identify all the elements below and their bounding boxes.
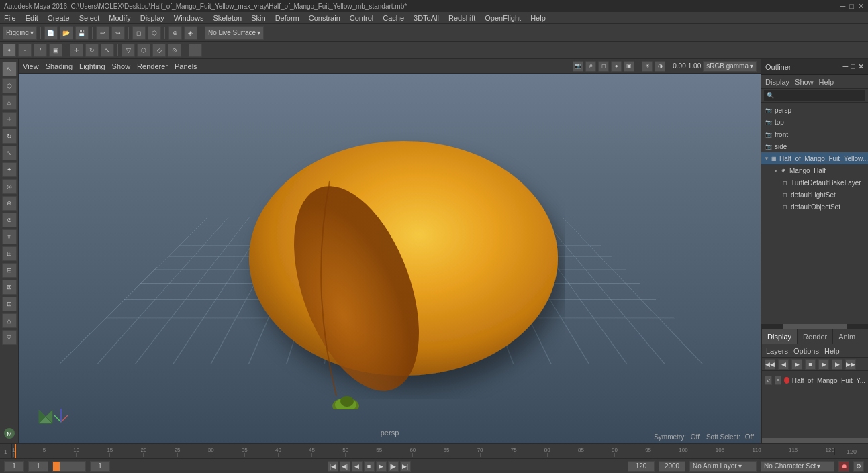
outliner-item-turtle[interactable]: ◻ TurtleDefaultBakeLayer (761, 176, 868, 189)
menu-file[interactable]: File (3, 14, 17, 22)
pb-step-back[interactable]: ◀| (340, 461, 350, 472)
menu-display[interactable]: Display (139, 14, 166, 22)
tb2-loop[interactable]: ⊙ (168, 44, 181, 57)
menu-constrain[interactable]: Constrain (307, 14, 342, 22)
lt-soft[interactable]: ◎ (2, 179, 17, 194)
tb2-select-obj[interactable]: ✦ (3, 44, 16, 57)
window-controls[interactable]: ─ □ ✕ (840, 2, 864, 11)
maximize-btn[interactable]: □ (849, 2, 854, 11)
tb2-move[interactable]: ✛ (70, 44, 83, 57)
viewport-menu-panels[interactable]: Panels (175, 62, 197, 70)
playback-end-field[interactable] (628, 461, 655, 472)
timeline-playhead[interactable] (15, 444, 16, 458)
layer-stop-btn[interactable]: ■ (805, 359, 816, 370)
tb-undo[interactable]: ↩ (96, 26, 109, 40)
frame-current-field[interactable] (28, 461, 48, 472)
minimize-btn[interactable]: ─ (840, 2, 846, 11)
viewport-menu-view[interactable]: View (23, 62, 39, 70)
timeline-area[interactable]: 1 15101520253035404550556065707580859095… (0, 443, 868, 458)
lt-sculpt[interactable]: ⊘ (2, 213, 17, 227)
display-tab-display[interactable]: Display (762, 329, 798, 344)
tb2-edge[interactable]: / (34, 44, 47, 57)
mode-dropdown[interactable]: Rigging ▾ (3, 26, 37, 40)
vp-smooth-btn[interactable]: ● (611, 61, 622, 72)
pb-start[interactable]: |◀ (328, 461, 338, 472)
layer-step-fwd-btn[interactable]: ▶ (832, 359, 842, 370)
frame-slider-thumb[interactable] (53, 462, 60, 471)
outliner-search-field[interactable]: 🔍 (764, 90, 865, 101)
menu-skeleton[interactable]: Skeleton (211, 14, 243, 22)
tb2-face[interactable]: ▣ (49, 44, 62, 57)
layer-play-toggle[interactable]: P (775, 376, 782, 385)
vp-camera-btn[interactable]: 📷 (573, 61, 583, 72)
outliner-hscroll-thumb[interactable] (783, 324, 847, 329)
outliner-tab-display[interactable]: Display (765, 78, 789, 86)
layer-subtab-options[interactable]: Options (793, 347, 819, 355)
frame-start-field[interactable] (4, 461, 24, 472)
outliner-item-mango-half[interactable]: ▸ ⊕ Mango_Half (761, 164, 868, 176)
tb-open[interactable]: 📂 (60, 26, 73, 40)
tb2-rotate[interactable]: ↻ (85, 44, 99, 57)
viewport-menu-shading[interactable]: Shading (46, 62, 73, 70)
outliner-tab-show[interactable]: Show (795, 78, 814, 86)
viewport[interactable]: View Shading Lighting Show Renderer Pane… (19, 59, 761, 443)
lt-universal[interactable]: ✦ (2, 162, 17, 177)
tb-new[interactable]: 📄 (44, 26, 58, 40)
viewport-menu-lighting[interactable]: Lighting (79, 62, 105, 70)
display-hscroll[interactable] (762, 438, 868, 443)
tb2-bevel[interactable]: ◇ (152, 44, 166, 57)
timeline-ruler[interactable]: 1510152025303540455055606570758085909510… (12, 444, 834, 458)
outliner-item-objectset[interactable]: ◻ defaultObjectSet (761, 201, 868, 213)
pb-step-fwd[interactable]: |▶ (388, 461, 399, 472)
tb2-vertex[interactable]: · (18, 44, 32, 57)
lt-grid[interactable]: ⊞ (2, 246, 17, 261)
pb-end[interactable]: ▶| (400, 461, 411, 472)
autokey-btn[interactable]: ⏺ (838, 461, 849, 472)
outliner-item-lightset[interactable]: ◻ defaultLightSet (761, 189, 868, 201)
menu-cache[interactable]: Cache (381, 14, 405, 22)
pb-stop[interactable]: ■ (364, 461, 375, 472)
layer-color-swatch[interactable] (784, 377, 789, 384)
lt-lasso[interactable]: ⌂ (2, 95, 17, 110)
tb2-scale[interactable]: ⤡ (101, 44, 114, 57)
menu-edit[interactable]: Edit (24, 14, 40, 22)
menu-3dtoall[interactable]: 3DToAll (412, 14, 440, 22)
vp-grid-btn[interactable]: # (585, 61, 596, 72)
anim-layer-dropdown[interactable]: No Anim Layer ▾ (689, 461, 757, 472)
menu-control[interactable]: Control (348, 14, 375, 22)
lt-brush[interactable]: ⌗ (2, 229, 17, 244)
lt-misc4[interactable]: △ (2, 313, 17, 328)
viewport-canvas[interactable]: persp Symmetry: Off Soft Select: Off (19, 74, 761, 443)
outliner-item-side[interactable]: 📷 side (761, 140, 868, 152)
layer-step-back-btn[interactable]: ◀ (778, 359, 789, 370)
layer-subtab-layers[interactable]: Layers (766, 347, 788, 355)
outliner-item-front[interactable]: 📷 front (761, 128, 868, 140)
vp-texture-btn[interactable]: ▣ (624, 61, 634, 72)
tb-redo[interactable]: ↪ (111, 26, 125, 40)
vp-light-btn[interactable]: ☀ (642, 61, 653, 72)
outliner-tab-help[interactable]: Help (819, 78, 834, 86)
lt-paint[interactable]: ⬡ (2, 78, 17, 93)
display-tab-render[interactable]: Render (798, 329, 833, 344)
menu-select[interactable]: Select (78, 14, 101, 22)
display-tab-anim[interactable]: Anim (833, 329, 861, 344)
menu-create[interactable]: Create (46, 14, 71, 22)
frame-slider[interactable] (52, 461, 86, 472)
layer-prev-btn[interactable]: ◀◀ (765, 359, 775, 370)
lt-bottom[interactable]: M (2, 426, 17, 441)
lt-move[interactable]: ✛ (2, 112, 17, 127)
vp-wire-btn[interactable]: ◻ (598, 61, 609, 72)
lt-misc3[interactable]: ⊡ (2, 297, 17, 311)
layer-play-back-btn[interactable]: ▶ (791, 359, 802, 370)
layer-subtab-help[interactable]: Help (824, 347, 840, 355)
menu-windows[interactable]: Windows (173, 14, 205, 22)
lt-pivot[interactable]: ⊕ (2, 196, 17, 211)
viewport-menu-show[interactable]: Show (112, 62, 131, 70)
vp-gamma-dropdown[interactable]: sRGB gamma ▾ (703, 61, 757, 72)
pb-play-back[interactable]: ◀ (352, 461, 363, 472)
display-hscroll-thumb[interactable] (762, 438, 868, 443)
menu-redshift[interactable]: Redshift (447, 14, 477, 22)
frame-display[interactable] (90, 461, 110, 472)
layer-visibility-btn[interactable]: V (765, 376, 772, 385)
viewport-menu-renderer[interactable]: Renderer (137, 62, 168, 70)
